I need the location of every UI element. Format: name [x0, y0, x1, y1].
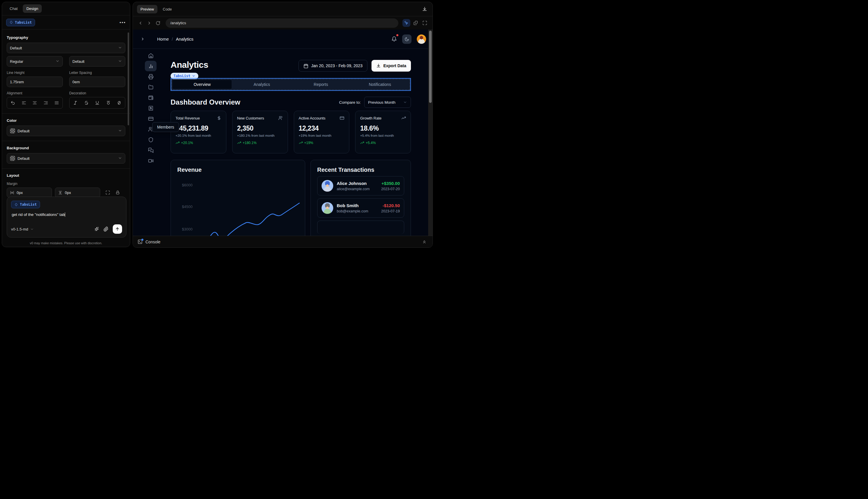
rail-receipts-icon[interactable]: [146, 103, 156, 113]
margin-x-input[interactable]: 0px: [7, 187, 52, 197]
decoration-group: [69, 97, 125, 109]
align-center-icon[interactable]: [33, 100, 37, 105]
inspect-cursor-icon[interactable]: [402, 19, 410, 27]
refresh-icon[interactable]: [154, 20, 162, 27]
compare-select[interactable]: Previous Month: [364, 97, 411, 108]
tabs-list: Overview Analytics Reports Notifications: [172, 80, 409, 89]
preview-scrollbar[interactable]: [428, 29, 433, 236]
trend-up-icon: [299, 141, 303, 145]
trend-up-icon: [175, 141, 179, 145]
transactions-title: Recent Transactions: [317, 167, 404, 173]
console-terminal-icon: [138, 239, 142, 244]
tab-code[interactable]: Code: [159, 5, 175, 13]
font-weight-select[interactable]: Regular: [7, 56, 63, 66]
fullscreen-icon[interactable]: [421, 19, 429, 27]
tab-analytics[interactable]: Analytics: [232, 80, 291, 89]
forward-icon[interactable]: [146, 20, 153, 27]
v0-workspace: Chat Design TabsList ••• Typography Defa…: [0, 0, 434, 250]
stat-cards: Total Revenue $45,231.89 +20.1% from las…: [171, 111, 411, 154]
align-justify-icon[interactable]: [54, 100, 59, 105]
typography-heading: Typography: [7, 35, 125, 40]
url-input[interactable]: /analytics: [165, 19, 398, 28]
align-left-icon[interactable]: [22, 100, 26, 105]
lock-margin-icon[interactable]: [115, 190, 120, 195]
color-select[interactable]: Default: [7, 126, 125, 136]
rail-wallet-icon[interactable]: [146, 92, 156, 103]
console-activity-dot: [141, 239, 144, 241]
user-avatar[interactable]: [417, 35, 426, 44]
tab-design[interactable]: Design: [23, 4, 41, 13]
export-data-button[interactable]: Export Data: [372, 60, 411, 72]
download-icon[interactable]: [421, 5, 429, 13]
rail-home-icon[interactable]: [146, 50, 156, 61]
color-swatch: [10, 128, 15, 134]
overline-icon[interactable]: [106, 100, 111, 105]
diamond-icon: [14, 203, 18, 207]
chevron-down-icon: [118, 46, 122, 50]
rail-files-icon[interactable]: [146, 82, 156, 92]
transaction-amount: -$120.50: [381, 203, 400, 208]
chat-composer: TabsList get rid of the "notifications" …: [7, 197, 126, 238]
composer-component-chip[interactable]: TabsList: [11, 201, 40, 208]
more-options-icon[interactable]: •••: [120, 20, 126, 25]
no-decoration-icon[interactable]: [117, 100, 122, 105]
font-size-select[interactable]: Default: [69, 56, 125, 66]
background-select[interactable]: Default: [7, 153, 125, 163]
underline-icon[interactable]: [95, 100, 100, 105]
stat-card-active-accounts: Active Accounts 12,234 +19% from last mo…: [294, 111, 350, 154]
date-range-picker[interactable]: Jan 20, 2023 - Feb 09, 2023: [298, 60, 368, 72]
console-bar[interactable]: Console: [133, 236, 433, 247]
panel-scrollbar[interactable]: [128, 33, 129, 125]
tab-preview[interactable]: Preview: [137, 5, 158, 13]
line-height-input[interactable]: 1.75rem: [7, 76, 63, 87]
stat-card-new-customers: New Customers 2,350 +180.1% from last mo…: [232, 111, 288, 154]
tab-chat[interactable]: Chat: [6, 4, 21, 13]
enhance-prompt-icon[interactable]: [94, 227, 99, 232]
attach-file-icon[interactable]: [103, 227, 109, 232]
rail-security-icon[interactable]: [146, 134, 156, 145]
console-expand-icon[interactable]: [421, 239, 428, 245]
alignment-label: Alignment: [7, 91, 63, 95]
font-family-select[interactable]: Default: [7, 42, 125, 53]
reset-alignment-icon[interactable]: [11, 100, 15, 105]
tab-notifications[interactable]: Notifications: [350, 80, 409, 89]
revenue-chart-card: Revenue $6000 $4500 $3000: [171, 160, 305, 236]
italic-icon[interactable]: [73, 100, 78, 105]
compare-label: Compare to:: [339, 100, 361, 105]
margin-label: Margin: [7, 182, 125, 186]
selected-component-row: TabsList •••: [2, 15, 130, 29]
rail-messages-icon[interactable]: [146, 145, 156, 156]
copy-icon[interactable]: [412, 19, 419, 27]
send-button[interactable]: [113, 224, 122, 234]
back-icon[interactable]: [137, 20, 144, 27]
rail-video-icon[interactable]: [146, 156, 156, 166]
align-right-icon[interactable]: [44, 100, 48, 105]
rail-invoices-icon[interactable]: [146, 71, 156, 82]
panel-tabs: Chat Design: [2, 2, 130, 15]
scrollbar-thumb[interactable]: [429, 31, 432, 103]
revenue-line-chart: [171, 160, 306, 236]
design-panel: Chat Design TabsList ••• Typography Defa…: [2, 2, 130, 247]
preview-viewport: Home / Analytics: [133, 29, 433, 236]
selected-component-label: TabsList: [15, 21, 32, 25]
preview-header: Preview Code: [133, 2, 433, 16]
letter-spacing-input[interactable]: 0em: [69, 76, 125, 87]
users-icon: [278, 116, 283, 120]
breadcrumb-home[interactable]: Home: [157, 37, 169, 41]
transaction-row[interactable]: Bob Smith bob@example.com -$120.50 2023-…: [317, 198, 404, 218]
strikethrough-icon[interactable]: [84, 100, 89, 105]
composer-input[interactable]: get rid of the "notifications" tab: [12, 212, 122, 217]
sidebar-expand-icon[interactable]: [139, 36, 146, 42]
expand-margin-icon[interactable]: [106, 190, 110, 195]
rail-analytics-icon[interactable]: [145, 61, 157, 71]
decoration-label: Decoration: [69, 91, 125, 95]
layout-heading: Layout: [7, 173, 125, 178]
margin-y-input[interactable]: 0px: [55, 187, 100, 197]
model-select[interactable]: v0-1.5-md: [11, 227, 34, 231]
chevron-down-icon: [118, 59, 122, 64]
tab-overview[interactable]: Overview: [173, 80, 232, 89]
tab-reports[interactable]: Reports: [292, 80, 350, 89]
members-tooltip: Members: [152, 122, 179, 132]
transaction-row[interactable]: Alice Johnson alice@example.com +$350.00…: [317, 176, 404, 195]
selected-component-chip[interactable]: TabsList: [6, 19, 35, 26]
